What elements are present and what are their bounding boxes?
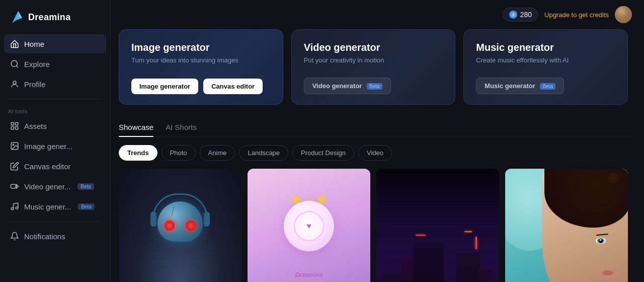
tab-ai-shorts[interactable]: AI Shorts	[166, 119, 197, 136]
hero-card-desc: Create music effortlessly with AI	[476, 56, 615, 69]
svg-line-4	[16, 65, 18, 67]
dreamina-text: Dreamina dreamina.studio	[293, 271, 325, 282]
explore-icon	[10, 59, 19, 68]
sidebar-item-label: Video gener...	[24, 182, 70, 191]
svg-marker-13	[17, 184, 19, 188]
ai-tools-label: AI tools	[0, 104, 110, 116]
credits-amount: 280	[520, 11, 532, 19]
home-icon	[10, 39, 19, 48]
upgrade-link[interactable]: Upgrade to get credits	[544, 11, 609, 19]
canvas-icon	[10, 162, 19, 171]
gallery-item-robot[interactable]	[119, 169, 242, 282]
tools-nav: Assets Image gener... Canvas editor	[0, 116, 110, 216]
svg-point-5	[13, 81, 16, 84]
hero-card-title: Video generator	[304, 42, 443, 53]
svg-rect-6	[11, 122, 14, 125]
svg-point-15	[16, 207, 18, 209]
svg-rect-8	[11, 127, 14, 129]
bottom-nav: Notifications	[0, 227, 110, 246]
credits-badge[interactable]: ⚡ 280	[503, 8, 538, 22]
hero-card-video-gen[interactable]: Video generator Put your creativity in m…	[291, 29, 456, 105]
image-gen-button[interactable]: Image generator	[131, 79, 198, 94]
hero-card-buttons: Music generator Beta	[476, 78, 615, 94]
sidebar-item-explore[interactable]: Explore	[4, 54, 106, 74]
portrait-visual	[505, 169, 628, 282]
beta-tag: Beta	[540, 83, 555, 90]
beta-badge: Beta	[77, 183, 94, 190]
avatar[interactable]	[615, 6, 632, 23]
gallery: ★ ★ ★ ♥ Dreamina dreamina.studio	[115, 169, 632, 282]
svg-rect-12	[11, 184, 16, 188]
sidebar-item-label: Music gener...	[24, 202, 71, 211]
sidebar-item-label: Assets	[24, 122, 47, 130]
pill-video[interactable]: Video	[358, 145, 392, 161]
logo[interactable]: Dreamina	[0, 0, 110, 34]
tabs-row: Showcase AI Shorts	[115, 119, 632, 137]
hero-card-desc: Turn your ideas into stunning images	[131, 56, 271, 70]
avatar-image	[615, 6, 632, 23]
gallery-item-city[interactable]: VENOM	[376, 169, 499, 282]
pill-trends[interactable]: Trends	[119, 145, 157, 161]
sidebar-item-label: Explore	[24, 60, 50, 68]
star-visual: ★ ★ ★ ♥ Dreamina dreamina.studio	[248, 169, 370, 282]
profile-icon	[10, 80, 19, 89]
bell-icon	[10, 232, 19, 241]
video-gen-button[interactable]: Video generator Beta	[304, 78, 391, 94]
video-gen-icon	[10, 182, 19, 191]
sidebar-item-music-gen[interactable]: Music gener... Beta	[4, 197, 106, 216]
hero-card-desc: Put your creativity in motion	[304, 56, 443, 69]
sidebar-item-label: Profile	[24, 80, 46, 89]
image-gen-icon	[10, 142, 19, 151]
sidebar-item-video-gen[interactable]: Video gener... Beta	[4, 177, 106, 196]
canvas-editor-button[interactable]: Canvas editor	[203, 79, 263, 94]
logo-text: Dreamina	[28, 12, 70, 23]
svg-text:⚡: ⚡	[511, 13, 515, 17]
sidebar-item-image-gen[interactable]: Image gener...	[4, 136, 106, 156]
sidebar-item-home[interactable]: Home	[4, 34, 106, 53]
svg-point-14	[11, 207, 14, 210]
hero-card-title: Music generator	[476, 42, 615, 53]
sidebar-item-label: Image gener...	[24, 142, 72, 151]
sidebar-item-label: Canvas editor	[24, 162, 71, 171]
beta-badge: Beta	[78, 203, 95, 210]
music-gen-icon	[10, 202, 19, 211]
sidebar-item-assets[interactable]: Assets	[4, 116, 106, 135]
assets-icon	[10, 121, 19, 130]
main-nav: Home Explore Profile	[0, 34, 110, 94]
sidebar-item-canvas[interactable]: Canvas editor	[4, 157, 106, 176]
hero-cards: Image generator Turn your ideas into stu…	[115, 29, 632, 105]
divider	[8, 99, 102, 99]
hero-card-buttons: Video generator Beta	[304, 78, 443, 94]
svg-point-3	[11, 60, 17, 66]
sidebar-item-profile[interactable]: Profile	[4, 75, 106, 94]
credits-icon: ⚡	[509, 11, 517, 19]
sidebar-item-label: Notifications	[24, 232, 65, 241]
svg-rect-9	[16, 127, 18, 129]
hero-card-music-gen[interactable]: Music generator Create music effortlessl…	[463, 29, 628, 105]
sidebar-item-notifications[interactable]: Notifications	[4, 227, 106, 246]
filter-pills: Trends Photo Anime Landscape Product Des…	[115, 145, 632, 161]
city-visual: VENOM	[376, 169, 499, 282]
gallery-item-stars[interactable]: ★ ★ ★ ♥ Dreamina dreamina.studio	[248, 169, 370, 282]
sidebar-item-label: Home	[24, 40, 44, 48]
content-area: Image generator Turn your ideas into stu…	[111, 29, 644, 282]
svg-rect-7	[16, 122, 18, 125]
divider-2	[8, 221, 102, 222]
topbar: ⚡ 280 Upgrade to get credits	[111, 0, 644, 29]
hero-card-image-gen[interactable]: Image generator Turn your ideas into stu…	[119, 29, 283, 105]
beta-tag: Beta	[367, 83, 382, 90]
main-content: ⚡ 280 Upgrade to get credits Image gener…	[111, 0, 644, 282]
logo-icon	[8, 9, 24, 25]
hero-card-buttons: Image generator Canvas editor	[131, 79, 271, 94]
hero-card-title: Image generator	[131, 42, 271, 53]
pill-photo[interactable]: Photo	[162, 145, 196, 161]
pill-product-design[interactable]: Product Design	[292, 145, 354, 161]
pill-anime[interactable]: Anime	[200, 145, 235, 161]
svg-point-11	[13, 144, 14, 145]
pill-landscape[interactable]: Landscape	[239, 145, 288, 161]
music-gen-button[interactable]: Music generator Beta	[476, 78, 564, 94]
sidebar: Dreamina Home Explore	[0, 0, 111, 282]
gallery-item-portrait[interactable]	[505, 169, 628, 282]
tab-showcase[interactable]: Showcase	[119, 119, 153, 136]
robot-visual	[119, 169, 242, 282]
